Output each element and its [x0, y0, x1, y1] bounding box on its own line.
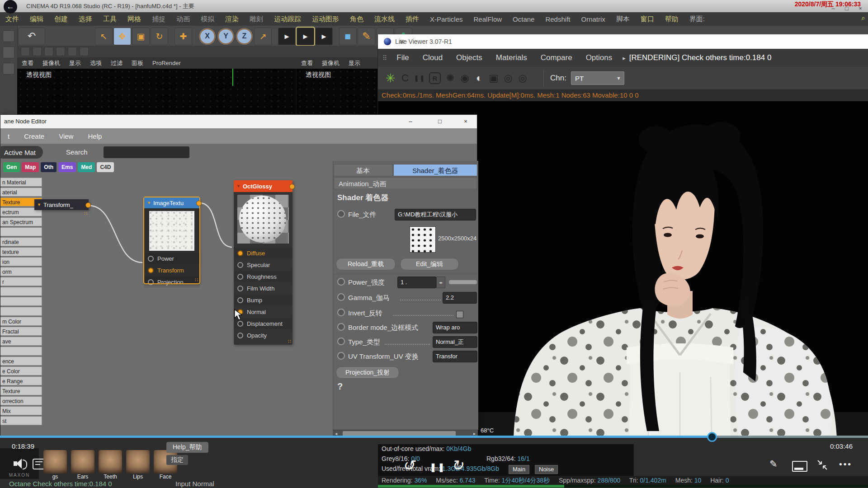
node-editor-menu-item[interactable]: Create: [17, 132, 52, 140]
node-image-texture[interactable]: ▼ ImageTextu PowerTransformProjection ∷: [144, 197, 199, 283]
live-viewer-menu-item[interactable]: Cloud: [416, 53, 449, 62]
node-type-item[interactable]: Texture: [0, 386, 42, 395]
material-picker-pin-icon[interactable]: ◎: [515, 71, 530, 85]
kernel-settings-gear-icon[interactable]: ✺: [443, 71, 458, 85]
more-options-icon[interactable]: •••: [839, 460, 852, 469]
palette-icon[interactable]: [68, 47, 77, 56]
palette-icon[interactable]: [3, 63, 14, 75]
restart-render-icon[interactable]: C: [398, 71, 412, 85]
node-type-item[interactable]: [0, 287, 42, 296]
node-port[interactable]: Bump: [234, 294, 292, 306]
menu-item[interactable]: 捕捉: [146, 15, 171, 23]
volume-icon[interactable]: [14, 459, 27, 469]
menu-item[interactable]: 脚本: [611, 15, 635, 23]
node-type-item[interactable]: texture: [0, 247, 42, 256]
close-button[interactable]: ×: [395, 38, 409, 45]
viewport-menu-item[interactable]: 显示: [65, 59, 85, 67]
palette-icon[interactable]: [80, 47, 89, 56]
port-dot[interactable]: [237, 333, 243, 338]
power-field[interactable]: 1 .: [397, 277, 436, 288]
live-viewer-menu-item[interactable]: Compare: [534, 53, 579, 62]
pen-tool-icon[interactable]: ✎: [358, 28, 375, 45]
node-type-item[interactable]: orrection: [0, 396, 42, 405]
node-port[interactable]: Projection: [144, 276, 199, 288]
node-type-item[interactable]: ence: [0, 357, 42, 366]
border-mode-select[interactable]: Wrap aro: [433, 322, 477, 333]
node-type-item[interactable]: an Spectrum: [0, 217, 42, 226]
node-type-item[interactable]: [0, 307, 42, 316]
pencil-icon[interactable]: ✎: [769, 459, 778, 469]
render-picture-viewer-icon[interactable]: ▶: [297, 28, 314, 45]
live-viewer-menu-item[interactable]: File: [390, 53, 415, 62]
category-chip[interactable]: Med: [78, 162, 95, 172]
last-tool-icon[interactable]: ✚: [175, 28, 192, 45]
node-type-item[interactable]: orm: [0, 267, 42, 276]
tab-basic[interactable]: 基本: [334, 164, 392, 176]
menu-item[interactable]: 帮助: [660, 15, 684, 23]
live-viewer-titlebar[interactable]: Live Viewer 3.07-R1 – □ ×: [378, 34, 868, 49]
active-mat-button[interactable]: Active Mat: [0, 146, 43, 159]
collapse-triangle-icon[interactable]: ▼: [147, 201, 151, 205]
menu-item[interactable]: 模拟: [195, 15, 220, 23]
power-slider[interactable]: [449, 280, 477, 284]
port-dot[interactable]: [237, 286, 243, 291]
scale-tool-icon[interactable]: ▣: [132, 28, 150, 45]
menu-item[interactable]: 文件: [0, 15, 24, 23]
morph-thumbnail[interactable]: Teeth: [99, 450, 122, 480]
help-question-mark[interactable]: ?: [337, 381, 343, 392]
viewport-menu-item[interactable]: 过滤: [106, 59, 127, 67]
menu-item[interactable]: 创建: [49, 15, 73, 23]
output-port-dot[interactable]: [85, 202, 91, 208]
move-tool-icon[interactable]: ✥: [113, 28, 131, 45]
node-type-item[interactable]: ave: [0, 337, 42, 346]
back-button[interactable]: ←: [4, 0, 17, 14]
port-dot[interactable]: [237, 274, 243, 280]
noise-channel-button[interactable]: Noise: [535, 465, 558, 474]
menu-item[interactable]: 角色: [344, 15, 369, 23]
live-viewer-menu-item[interactable]: Options: [579, 53, 619, 62]
node-editor-menu-item[interactable]: View: [52, 132, 80, 140]
node-editor-titlebar[interactable]: ane Node Editor – □ ×: [0, 115, 477, 129]
viewport-menu-item[interactable]: 选项: [85, 59, 106, 67]
node-port[interactable]: Diffuse: [234, 247, 292, 259]
live-selection-icon[interactable]: ↖: [95, 28, 113, 45]
maximize-button[interactable]: □: [432, 118, 448, 125]
shrink-icon[interactable]: [816, 459, 828, 471]
menu-item[interactable]: 运动跟踪: [269, 15, 307, 23]
node-type-item[interactable]: [0, 347, 42, 356]
node-editor-menu-item[interactable]: t: [0, 132, 17, 140]
palette-icon[interactable]: [3, 30, 14, 42]
menu-item[interactable]: RealFlow: [468, 15, 508, 23]
node-type-item[interactable]: Mix: [0, 406, 42, 415]
viewport-menu-item[interactable]: 查看: [17, 59, 38, 67]
node-type-item[interactable]: rdinate: [0, 237, 42, 246]
menu-item[interactable]: 界面:: [684, 15, 710, 23]
axis-x-lock-icon[interactable]: X: [198, 28, 216, 45]
node-port[interactable]: Power: [144, 253, 199, 264]
viewport-menu-item[interactable]: ProRender: [148, 60, 185, 66]
invert-checkbox[interactable]: [456, 311, 463, 318]
morph-thumbnail[interactable]: Lips: [126, 450, 150, 480]
node-type-item[interactable]: st: [0, 416, 42, 425]
morph-thumbnail[interactable]: gs: [43, 450, 67, 480]
viewport-menu-item[interactable]: 面板: [127, 59, 148, 67]
category-chip[interactable]: Map: [22, 162, 39, 172]
output-port-dot[interactable]: [196, 201, 202, 206]
menu-item[interactable]: Redshift: [540, 15, 576, 23]
axis-y-lock-icon[interactable]: Y: [217, 28, 235, 45]
palette-icon[interactable]: [21, 47, 30, 56]
film-region-icon[interactable]: ▣: [486, 71, 501, 85]
category-chip[interactable]: Gen: [3, 162, 20, 172]
render-settings-icon[interactable]: ▶: [315, 28, 333, 45]
viewport-menu-item[interactable]: 摄像机: [38, 59, 65, 67]
port-dot[interactable]: [148, 256, 154, 262]
collapse-triangle-icon[interactable]: ▼: [37, 202, 41, 207]
live-viewer-menu-item[interactable]: Objects: [449, 53, 489, 62]
port-dot[interactable]: [237, 250, 243, 256]
assign-button[interactable]: 指定: [166, 455, 188, 465]
node-transform[interactable]: ▼ Transform_ ∷: [34, 199, 89, 210]
minimize-button[interactable]: –: [827, 5, 839, 12]
undo-icon[interactable]: ↶: [18, 28, 45, 45]
coordinate-system-icon[interactable]: ↗: [254, 28, 272, 45]
uv-transform-field[interactable]: Transfor: [433, 351, 477, 362]
